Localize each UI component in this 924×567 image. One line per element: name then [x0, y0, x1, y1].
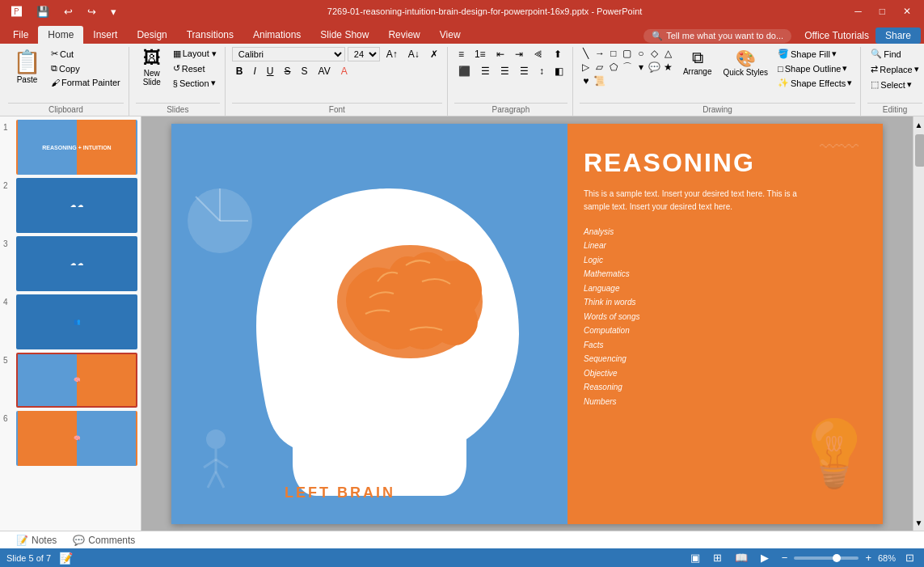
- list-item[interactable]: 2 ☁ ☁: [3, 178, 137, 233]
- paste-button[interactable]: 📋 Paste: [8, 47, 46, 103]
- quick-styles-button[interactable]: 🎨 Quick Styles: [718, 47, 773, 78]
- list-item[interactable]: 4 👥: [3, 294, 137, 349]
- zoom-out-button[interactable]: −: [778, 551, 791, 565]
- find-button[interactable]: 🔍 Find: [867, 47, 904, 61]
- slide-number: 3: [3, 236, 13, 248]
- shadow-button[interactable]: S: [297, 64, 312, 78]
- list-item: Computation: [584, 324, 867, 338]
- align-right-button[interactable]: ☰: [496, 64, 513, 78]
- scroll-thumb[interactable]: [915, 134, 924, 167]
- columns-button[interactable]: ⫷: [530, 47, 547, 61]
- undo-button[interactable]: ↩: [59, 4, 78, 19]
- tab-view[interactable]: View: [430, 26, 470, 44]
- slide-editor[interactable]: LEFT BRAIN 〰〰 💡 REASONING This is a samp…: [141, 116, 913, 531]
- underline-button[interactable]: U: [263, 64, 278, 78]
- vertical-scrollbar[interactable]: ▲ ▼: [913, 116, 924, 531]
- office-tutorials-link[interactable]: Office Tutorials: [804, 30, 869, 41]
- shape-arrow-button[interactable]: →: [593, 47, 606, 60]
- tab-insert[interactable]: Insert: [83, 26, 127, 44]
- tab-home[interactable]: Home: [38, 26, 83, 44]
- close-button[interactable]: ✕: [897, 4, 918, 19]
- shape-effects-button[interactable]: ✨ Shape Effects ▾: [774, 76, 855, 90]
- tell-me-box[interactable]: 🔍 Tell me what you want to do...: [643, 29, 791, 43]
- decrease-indent-button[interactable]: ⇤: [492, 47, 508, 61]
- numbering-button[interactable]: 1≡: [470, 47, 490, 61]
- fit-window-button[interactable]: ⊡: [902, 551, 918, 565]
- minimize-button[interactable]: ─: [848, 4, 868, 19]
- shape-pent-button[interactable]: ⬠: [607, 61, 620, 74]
- save-button[interactable]: 💾: [32, 4, 54, 19]
- char-spacing-button[interactable]: AV: [314, 64, 335, 78]
- justify-button[interactable]: ☰: [516, 64, 533, 78]
- shape-outline-button[interactable]: □ Shape Outline ▾: [774, 61, 855, 75]
- shape-tri-button[interactable]: △: [662, 47, 675, 60]
- cut-button[interactable]: ✂ Cut: [48, 47, 124, 61]
- arrange-button[interactable]: ⧉ Arrange: [678, 47, 717, 78]
- shape-star-button[interactable]: ★: [662, 61, 675, 74]
- shape-curve-button[interactable]: ⌒: [621, 61, 634, 74]
- reset-button[interactable]: ↺ Reset: [170, 61, 220, 75]
- share-button[interactable]: Share: [875, 28, 921, 44]
- tab-design[interactable]: Design: [127, 26, 176, 44]
- shape-para-button[interactable]: ▱: [593, 61, 606, 74]
- customize-qat-button[interactable]: ▾: [106, 4, 121, 19]
- strikethrough-button[interactable]: S: [281, 64, 295, 78]
- italic-button[interactable]: I: [250, 64, 260, 78]
- bullets-button[interactable]: ≡: [454, 47, 468, 61]
- shape-fill-button[interactable]: 🪣 Shape Fill ▾: [774, 47, 855, 61]
- normal-view-button[interactable]: ▣: [687, 551, 703, 565]
- shape-effects-icon: ✨: [778, 78, 789, 88]
- shape-heart-button[interactable]: ♥: [580, 74, 593, 87]
- align-left-button[interactable]: ⬛: [454, 64, 475, 78]
- shape-more-button[interactable]: ▾: [635, 61, 648, 74]
- decrease-font-button[interactable]: A↓: [404, 47, 424, 61]
- notes-tab[interactable]: 📝 Notes: [16, 535, 57, 546]
- shape-callout-button[interactable]: 💬: [648, 61, 661, 74]
- copy-button[interactable]: ⧉ Copy: [48, 61, 124, 75]
- slideshow-button[interactable]: ▶: [757, 551, 772, 565]
- replace-button[interactable]: ⇄ Replace ▾: [867, 62, 922, 76]
- shape-diamond-button[interactable]: ◇: [648, 47, 661, 60]
- zoom-slider[interactable]: [794, 556, 859, 560]
- increase-font-button[interactable]: A↑: [382, 47, 402, 61]
- smartart-button[interactable]: ◧: [551, 64, 567, 78]
- section-button[interactable]: § Section ▾: [170, 76, 220, 90]
- line-spacing-button[interactable]: ↕: [535, 64, 548, 78]
- shape-line-button[interactable]: ╲: [580, 47, 593, 60]
- list-item[interactable]: 5 🧠: [3, 353, 137, 408]
- align-center-button[interactable]: ☰: [477, 64, 494, 78]
- zoom-in-button[interactable]: +: [862, 551, 875, 565]
- tab-slideshow[interactable]: Slide Show: [310, 26, 378, 44]
- tab-animations[interactable]: Animations: [243, 26, 310, 44]
- slide-sorter-button[interactable]: ⊞: [710, 551, 725, 565]
- bold-button[interactable]: B: [232, 64, 247, 78]
- comments-tab[interactable]: 💬 Comments: [73, 535, 135, 546]
- list-item[interactable]: 3 ☁ ☁: [3, 236, 137, 291]
- format-painter-button[interactable]: 🖌 Format Painter: [48, 76, 124, 89]
- font-color-button[interactable]: A: [337, 64, 352, 78]
- font-size-select[interactable]: 24: [348, 47, 380, 61]
- select-button[interactable]: ⬚ Select ▾: [867, 78, 915, 91]
- maximize-button[interactable]: □: [873, 4, 892, 19]
- text-direction-button[interactable]: ⬆: [550, 47, 566, 61]
- shape-rect-button[interactable]: □: [607, 47, 620, 60]
- scroll-up-button[interactable]: ▲: [913, 116, 924, 133]
- increase-indent-button[interactable]: ⇥: [511, 47, 527, 61]
- shape-rtri-button[interactable]: ▷: [580, 61, 593, 74]
- new-slide-button[interactable]: 🖼 NewSlide: [136, 47, 168, 89]
- list-item[interactable]: 1 REASONING + INTUITION: [3, 120, 137, 175]
- list-item[interactable]: 6 🧠: [3, 411, 137, 466]
- scroll-down-button[interactable]: ▼: [913, 514, 924, 531]
- shape-scroll-button[interactable]: 📜: [593, 74, 606, 87]
- redo-button[interactable]: ↪: [82, 4, 101, 19]
- shape-roundrect-button[interactable]: ▢: [621, 47, 634, 60]
- shape-oval-button[interactable]: ○: [635, 47, 648, 60]
- layout-button[interactable]: ▦ Layout ▾: [170, 47, 220, 61]
- tab-review[interactable]: Review: [378, 26, 429, 44]
- clear-format-button[interactable]: ✗: [426, 47, 442, 61]
- tab-transitions[interactable]: Transitions: [177, 26, 243, 44]
- reading-view-button[interactable]: 📖: [732, 551, 751, 565]
- powerpoint-icon[interactable]: 🅿: [6, 4, 27, 19]
- font-family-select[interactable]: Calibri: [232, 47, 345, 61]
- tab-file[interactable]: File: [3, 26, 38, 44]
